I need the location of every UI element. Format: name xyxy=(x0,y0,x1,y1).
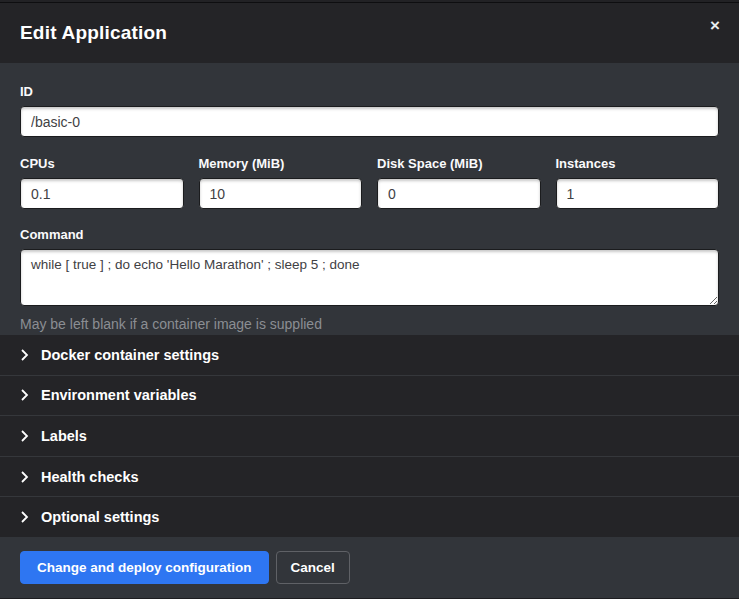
cpus-input[interactable] xyxy=(20,178,184,209)
memory-label: Memory (MiB) xyxy=(199,156,363,171)
resources-row: CPUs Memory (MiB) Disk Space (MiB) Insta… xyxy=(20,156,719,209)
edit-application-modal: Edit Application × ID CPUs Memory (MiB) … xyxy=(0,0,739,599)
section-optional-settings[interactable]: Optional settings xyxy=(0,496,739,537)
command-label: Command xyxy=(20,227,719,242)
memory-input[interactable] xyxy=(199,178,363,209)
chevron-right-icon xyxy=(20,389,29,401)
command-textarea[interactable]: while [ true ] ; do echo 'Hello Marathon… xyxy=(20,249,719,306)
modal-title: Edit Application xyxy=(20,22,167,44)
section-label: Labels xyxy=(41,428,87,444)
cpus-label: CPUs xyxy=(20,156,184,171)
disk-field-group: Disk Space (MiB) xyxy=(377,156,541,209)
close-icon[interactable]: × xyxy=(705,16,725,36)
section-label: Optional settings xyxy=(41,509,159,525)
instances-field-group: Instances xyxy=(556,156,720,209)
section-label: Docker container settings xyxy=(41,347,219,363)
section-label: Health checks xyxy=(41,469,139,485)
change-and-deploy-button[interactable]: Change and deploy configuration xyxy=(20,551,269,584)
memory-field-group: Memory (MiB) xyxy=(199,156,363,209)
disk-label: Disk Space (MiB) xyxy=(377,156,541,171)
disk-input[interactable] xyxy=(377,178,541,209)
instances-label: Instances xyxy=(556,156,720,171)
section-docker-container-settings[interactable]: Docker container settings xyxy=(0,335,739,375)
section-environment-variables[interactable]: Environment variables xyxy=(0,375,739,416)
chevron-right-icon xyxy=(20,511,29,523)
command-helper-text: May be left blank if a container image i… xyxy=(20,316,719,332)
settings-accordion: Docker container settings Environment va… xyxy=(0,335,739,537)
cpus-field-group: CPUs xyxy=(20,156,184,209)
section-health-checks[interactable]: Health checks xyxy=(0,456,739,497)
section-label: Environment variables xyxy=(41,387,197,403)
modal-footer: Change and deploy configuration Cancel xyxy=(0,537,739,598)
cancel-button[interactable]: Cancel xyxy=(276,551,350,584)
section-labels[interactable]: Labels xyxy=(0,415,739,456)
id-field-group: ID xyxy=(20,84,719,137)
command-field-group: Command while [ true ] ; do echo 'Hello … xyxy=(20,227,719,332)
instances-input[interactable] xyxy=(556,178,720,209)
application-form: ID CPUs Memory (MiB) Disk Space (MiB) In… xyxy=(0,63,739,335)
chevron-right-icon xyxy=(20,471,29,483)
chevron-right-icon xyxy=(20,349,29,361)
chevron-right-icon xyxy=(20,430,29,442)
id-input[interactable] xyxy=(20,106,719,137)
id-label: ID xyxy=(20,84,719,99)
modal-header: Edit Application × xyxy=(0,3,739,63)
